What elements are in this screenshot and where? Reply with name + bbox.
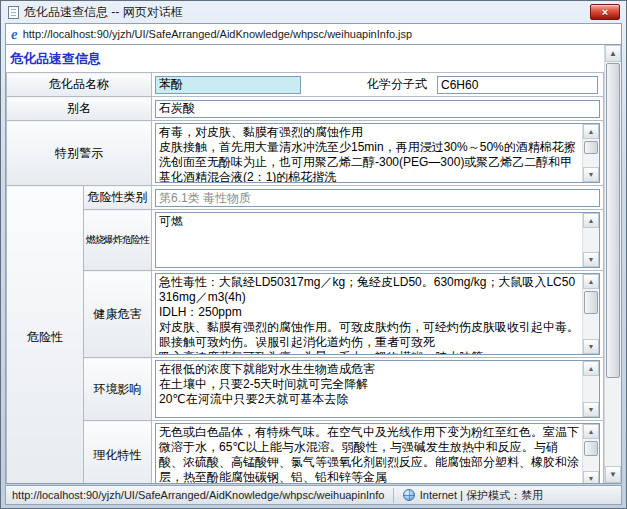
- physical-chemical-label: 理化特性: [84, 421, 152, 484]
- row-hazard-category: 危险性 危险性类别 第6.1类 毒性物质: [7, 186, 604, 210]
- zone-text: Internet | 保护模式：禁用: [420, 488, 543, 503]
- dialog-window: 危化品速查信息 -- 网页对话框 × e http://localhost:90…: [0, 0, 627, 509]
- environment-impact-textarea[interactable]: 在很低的浓度下就能对水生生物造成危害 在土壤中，只要2-5天时间就可完全降解 2…: [155, 360, 600, 418]
- scroll-down-icon[interactable]: ▼: [583, 402, 599, 417]
- row-health-hazard: 健康危害 急性毒性：大鼠经LD50317mg／kg；兔经皮LD50。630mg/…: [7, 271, 604, 358]
- scroll-down-button[interactable]: ▼: [605, 466, 621, 483]
- scroll-down-icon[interactable]: ▼: [583, 252, 599, 267]
- status-url: http://localhost:90/yjzh/UI/SafeArranged…: [12, 489, 385, 501]
- textarea-scrollbar[interactable]: ▲ ▼: [582, 213, 599, 267]
- scroll-up-icon[interactable]: ▲: [583, 213, 599, 228]
- row-fire-explosion: 燃烧爆炸危险性 可燃 ▲ ▼: [7, 210, 604, 271]
- scroll-down-icon[interactable]: ▼: [583, 471, 599, 483]
- textarea-scrollbar[interactable]: ▲ ▼: [582, 424, 599, 483]
- formula-label: 化学分子式: [367, 76, 427, 93]
- health-hazard-text: 急性毒性：大鼠经LD50317mg／kg；兔经皮LD50。630mg/kg；大鼠…: [156, 274, 582, 354]
- special-warning-textarea[interactable]: 有毒，对皮肤、黏膜有强烈的腐蚀作用 皮肤接触，首先用大量清水冲洗至少15min，…: [155, 123, 600, 183]
- main-column: 危化品速查信息 危化品名称 化学分子式 别名: [6, 45, 604, 483]
- textarea-scrollbar[interactable]: ▲ ▼: [582, 274, 599, 354]
- scrollbar-thumb[interactable]: [584, 441, 598, 456]
- physical-chemical-text: 无色或白色晶体，有特殊气味。在空气中及光线作用下变为粉红至红色。室温下微溶于水，…: [156, 424, 582, 483]
- scrollbar-thumb[interactable]: [584, 291, 598, 314]
- row-chemical-name: 危化品名称 化学分子式: [7, 73, 604, 97]
- status-bar: http://localhost:90/yjzh/UI/SafeArranged…: [5, 485, 622, 505]
- scroll-down-icon[interactable]: ▼: [583, 339, 599, 354]
- scroll-up-icon[interactable]: ▲: [583, 274, 599, 289]
- chemical-name-input[interactable]: [155, 76, 301, 94]
- health-hazard-label: 健康危害: [84, 271, 152, 358]
- hazard-group-label: 危险性: [7, 186, 84, 484]
- address-bar: e http://localhost:90/yjzh/UI/SafeArrang…: [5, 23, 622, 45]
- hazard-category-label: 危险性类别: [84, 186, 152, 210]
- ie-icon: e: [11, 27, 18, 42]
- special-warning-text: 有毒，对皮肤、黏膜有强烈的腐蚀作用 皮肤接触，首先用大量清水冲洗至少15min，…: [156, 124, 582, 182]
- textarea-scrollbar[interactable]: ▲ ▼: [582, 361, 599, 417]
- fire-explosion-label: 燃烧爆炸危险性: [84, 210, 152, 271]
- security-zone: Internet | 保护模式：禁用: [393, 488, 543, 503]
- health-hazard-textarea[interactable]: 急性毒性：大鼠经LD50317mg／kg；兔经皮LD50。630mg/kg；大鼠…: [155, 273, 600, 355]
- scroll-up-icon[interactable]: ▲: [583, 124, 599, 139]
- formula-input[interactable]: [437, 76, 598, 94]
- row-physical-chemical: 理化特性 无色或白色晶体，有特殊气味。在空气中及光线作用下变为粉红至红色。室温下…: [7, 421, 604, 484]
- window-scrollbar[interactable]: ▲ ▼: [604, 45, 621, 483]
- globe-icon: [403, 489, 415, 501]
- info-table: 危化品名称 化学分子式 别名: [6, 72, 604, 483]
- textarea-scrollbar[interactable]: ▲ ▼: [582, 124, 599, 182]
- scrollbar-track[interactable]: [605, 62, 621, 466]
- address-url: http://localhost:90/yjzh/UI/SafeArranged…: [23, 28, 413, 40]
- scroll-up-icon[interactable]: ▲: [583, 361, 599, 376]
- hazard-category-value[interactable]: 第6.1类 毒性物质: [155, 189, 600, 207]
- page-icon: [8, 6, 19, 19]
- row-alias: 别名: [7, 97, 604, 121]
- physical-chemical-textarea[interactable]: 无色或白色晶体，有特殊气味。在空气中及光线作用下变为粉红至红色。室温下微溶于水，…: [155, 423, 600, 483]
- scroll-up-button[interactable]: ▲: [605, 45, 621, 62]
- scroll-down-icon[interactable]: ▼: [583, 167, 599, 182]
- dialog-content: 危化品速查信息 危化品名称 化学分子式 别名: [5, 45, 622, 484]
- row-special-warning: 特别警示 有毒，对皮肤、黏膜有强烈的腐蚀作用 皮肤接触，首先用大量清水冲洗至少1…: [7, 121, 604, 186]
- row-environment-impact: 环境影响 在很低的浓度下就能对水生生物造成危害 在土壤中，只要2-5天时间就可完…: [7, 358, 604, 421]
- scrollbar-thumb[interactable]: [606, 63, 620, 378]
- fire-explosion-textarea[interactable]: 可燃 ▲ ▼: [155, 212, 600, 268]
- page-title: 危化品速查信息: [6, 45, 604, 72]
- alias-label: 别名: [7, 97, 152, 121]
- scroll-up-icon[interactable]: ▲: [583, 424, 599, 439]
- scrollbar-thumb[interactable]: [584, 141, 598, 154]
- close-button[interactable]: ×: [590, 4, 620, 20]
- fire-explosion-text: 可燃: [156, 213, 582, 267]
- environment-impact-text: 在很低的浓度下就能对水生生物造成危害 在土壤中，只要2-5天时间就可完全降解 2…: [156, 361, 582, 417]
- window-title: 危化品速查信息 -- 网页对话框: [24, 4, 183, 21]
- environment-impact-label: 环境影响: [84, 358, 152, 421]
- special-warning-label: 特别警示: [7, 121, 152, 186]
- alias-input[interactable]: [155, 100, 600, 118]
- title-bar: 危化品速查信息 -- 网页对话框 ×: [1, 1, 626, 23]
- chemical-name-label: 危化品名称: [7, 73, 152, 97]
